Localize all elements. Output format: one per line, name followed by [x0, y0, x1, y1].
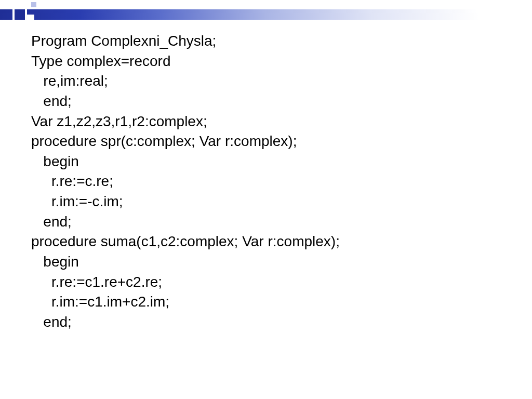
- code-line: re,im:real;: [31, 71, 511, 91]
- code-line: procedure spr(c:complex; Var r:complex);: [31, 131, 511, 152]
- bullet-square-icon: [15, 9, 25, 20]
- code-block: Program Complexni_Chysla; Type complex=r…: [31, 31, 511, 332]
- deco-square-icon: [31, 2, 36, 7]
- slide: Program Complexni_Chysla; Type complex=r…: [0, 0, 532, 399]
- code-line: Var z1,z2,z3,r1,r2:complex;: [31, 112, 511, 132]
- code-line: begin: [31, 252, 511, 272]
- code-line: r.im:=c1.im+c2.im;: [31, 292, 511, 312]
- code-line: end;: [31, 91, 511, 112]
- code-line: r.re:=c.re;: [31, 171, 511, 192]
- deco-square-icon: [28, 16, 33, 21]
- code-line: end;: [31, 312, 511, 332]
- code-line: Program Complexni_Chysla;: [31, 31, 511, 51]
- header-gradient-bar: [0, 9, 532, 20]
- code-line: end;: [31, 212, 511, 232]
- code-line: r.re:=c1.re+c2.re;: [31, 272, 511, 292]
- code-line: begin: [31, 152, 511, 172]
- code-line: Type complex=record: [31, 51, 511, 72]
- code-line: procedure suma(c1,c2:complex; Var r:comp…: [31, 232, 511, 252]
- code-line: r.im:=-c.im;: [31, 192, 511, 212]
